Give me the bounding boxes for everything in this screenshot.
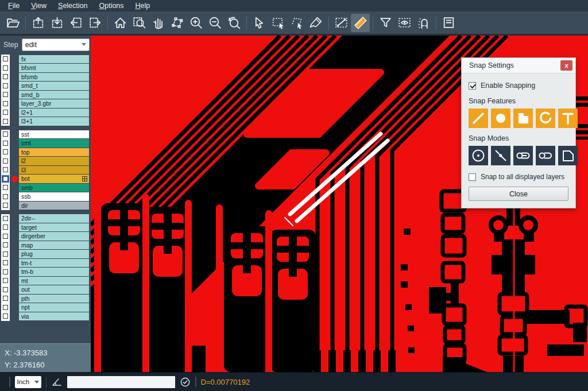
dialog-title-bar[interactable]: Snap Settings x	[462, 58, 575, 73]
layer-label-l3+1[interactable]: l3+1	[19, 117, 89, 126]
layer-row-dir[interactable]: dir	[0, 201, 91, 210]
layer-visibility-checkbox[interactable]	[1, 285, 10, 295]
layer-visibility-checkbox[interactable]	[1, 148, 10, 157]
zoom-home-button[interactable]	[111, 14, 130, 32]
layer-label-fx[interactable]: fx	[19, 55, 89, 64]
enable-snapping-row[interactable]: Enable Snapping	[469, 82, 568, 90]
layer-row-map[interactable]: map	[0, 241, 91, 250]
layer-row-bot[interactable]: bot	[0, 175, 91, 184]
snap-feature-line-button[interactable]	[469, 109, 488, 128]
snap-magnet-button[interactable]	[414, 14, 433, 32]
layer-label-tm-b[interactable]: tm-b	[19, 268, 89, 276]
layer-visibility-checkbox[interactable]	[1, 99, 10, 109]
layer-visibility-checkbox[interactable]	[1, 303, 10, 312]
layer-label-smd_b[interactable]: smd_b	[19, 91, 89, 99]
layer-label-l3[interactable]: l3	[19, 166, 89, 175]
enable-snapping-checkbox[interactable]	[469, 82, 476, 90]
select-arrow-button[interactable]	[250, 14, 269, 32]
layer-label-layer_3.gbr[interactable]: layer_3.gbr	[19, 99, 89, 108]
angle-tool-icon[interactable]	[51, 377, 63, 387]
filter-button[interactable]	[376, 14, 395, 32]
layer-visibility-checkbox[interactable]	[1, 258, 10, 268]
layer-label-l2[interactable]: l2	[19, 157, 89, 165]
layer-label-mt[interactable]: mt	[19, 277, 89, 285]
snap-all-layers-row[interactable]: Snap to all displayed layers	[469, 173, 568, 181]
layer-visibility-checkbox[interactable]	[1, 214, 10, 223]
brush-button[interactable]	[307, 14, 326, 32]
measure-line-button[interactable]	[332, 14, 351, 32]
layer-row-l2[interactable]: l2	[0, 157, 91, 166]
layer-row-2dir--[interactable]: 2dir--	[0, 214, 91, 223]
layer-label-out[interactable]: out	[19, 285, 89, 294]
layer-row-smt[interactable]: smt	[0, 139, 91, 148]
layer-visibility-checkbox[interactable]	[1, 232, 10, 241]
layer-visibility-checkbox[interactable]	[1, 139, 10, 148]
layer-row-bfsmb[interactable]: bfsmb	[0, 72, 91, 82]
layer-visibility-checkbox[interactable]	[1, 276, 10, 285]
close-button[interactable]: Close	[469, 187, 568, 201]
zoom-polygon-button[interactable]	[168, 14, 187, 32]
measurement-input[interactable]	[67, 376, 175, 388]
view-region-button[interactable]	[395, 14, 414, 32]
layer-row-dirgerber[interactable]: dirgerber	[0, 232, 91, 241]
layer-row-tm-t[interactable]: tm-t	[0, 258, 91, 268]
layer-label-bot[interactable]: bot	[19, 175, 89, 183]
layer-label-bfsmb[interactable]: bfsmb	[19, 73, 89, 82]
layer-visibility-checkbox[interactable]	[1, 192, 10, 202]
snap-mode-slot-open-button[interactable]	[536, 146, 555, 165]
snap-all-layers-checkbox[interactable]	[469, 173, 476, 181]
snap-feature-text-button[interactable]	[558, 109, 578, 128]
layer-visibility-checkbox[interactable]	[1, 268, 10, 277]
layer-visibility-checkbox[interactable]	[1, 90, 10, 99]
zoom-in-button[interactable]	[187, 14, 206, 32]
layer-label-map[interactable]: map	[19, 241, 89, 250]
snap-feature-surface-button[interactable]	[513, 109, 533, 128]
layer-label-via[interactable]: via	[19, 312, 89, 321]
move-view-left-button[interactable]	[67, 14, 86, 32]
layer-row-smb[interactable]: smb	[0, 183, 91, 192]
layer-label-smt[interactable]: smt	[19, 139, 89, 148]
snap-mode-midpoint-button[interactable]	[491, 146, 510, 165]
move-view-down-button[interactable]	[48, 14, 67, 32]
select-polygon-button[interactable]	[288, 14, 307, 32]
layer-visibility-checkbox[interactable]	[1, 117, 10, 126]
layer-row-l2+1[interactable]: l2+1	[0, 108, 91, 117]
layer-visibility-checkbox[interactable]	[1, 201, 10, 210]
layer-visibility-checkbox[interactable]	[1, 64, 10, 73]
layer-visibility-checkbox[interactable]	[1, 82, 10, 91]
report-list-button[interactable]	[439, 14, 458, 32]
snap-mode-slot-closed-button[interactable]	[513, 146, 533, 165]
layer-label-sst[interactable]: sst	[19, 130, 89, 139]
zoom-out-button[interactable]	[206, 14, 225, 32]
layer-row-fx[interactable]: fx	[0, 55, 91, 64]
select-rectangle-button[interactable]	[269, 14, 288, 32]
dialog-close-button[interactable]: x	[560, 60, 572, 71]
layer-row-plug[interactable]: plug	[0, 250, 91, 259]
open-file-button[interactable]	[3, 14, 22, 32]
layer-row-l3+1[interactable]: l3+1	[0, 117, 91, 126]
layer-label-bfsmt[interactable]: bfsmt	[19, 64, 89, 72]
layer-label-tm-t[interactable]: tm-t	[19, 259, 89, 268]
snap-mode-center-button[interactable]	[469, 146, 488, 165]
layer-row-mt[interactable]: mt	[0, 276, 91, 285]
layer-label-smb[interactable]: smb	[19, 184, 89, 192]
layer-row-layer_3.gbr[interactable]: layer_3.gbr	[0, 99, 91, 109]
zoom-window-button[interactable]	[130, 14, 149, 32]
step-select[interactable]: edit	[22, 38, 90, 51]
snap-feature-pad-button[interactable]	[491, 109, 510, 128]
layer-visibility-checkbox[interactable]	[1, 294, 10, 303]
snap-feature-arc-button[interactable]	[536, 109, 555, 128]
layer-visibility-checkbox[interactable]	[1, 157, 10, 166]
layer-row-smd_t[interactable]: smd_t	[0, 82, 91, 91]
menu-file[interactable]: File	[2, 1, 25, 11]
layer-visibility-checkbox[interactable]	[1, 175, 10, 184]
layer-visibility-checkbox[interactable]	[1, 241, 10, 250]
layer-visibility-checkbox[interactable]	[1, 250, 10, 259]
layer-visibility-checkbox[interactable]	[1, 130, 10, 139]
unit-select[interactable]: Inch	[15, 376, 41, 388]
layer-row-smd_b[interactable]: smd_b	[0, 90, 91, 99]
layer-visibility-checkbox[interactable]	[1, 108, 10, 117]
layer-row-ssb[interactable]: ssb	[0, 192, 91, 202]
apply-check-icon[interactable]	[180, 377, 191, 388]
layer-label-dirgerber[interactable]: dirgerber	[19, 232, 89, 241]
